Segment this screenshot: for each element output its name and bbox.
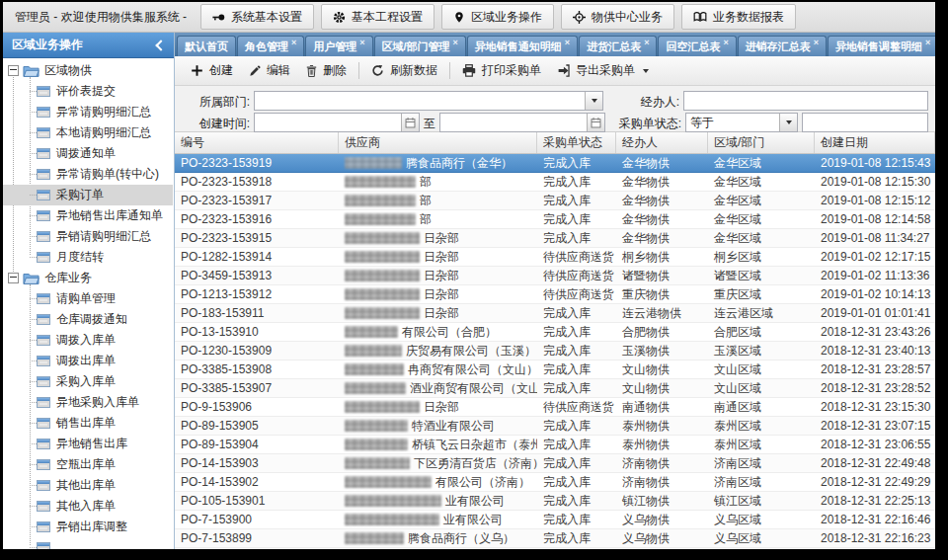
tab-2[interactable]: 角色管理× — [237, 36, 304, 56]
tree-item-1-8[interactable]: 空瓶出库单 — [3, 454, 173, 475]
tree-item-1-11[interactable]: 异销出库调整 — [3, 517, 173, 537]
tree-item-0-4[interactable]: 异常请购单(转中心) — [3, 164, 173, 185]
table-row[interactable]: PO-105-153901业有限公司完成入库镇江物供镇江区域2018-12-31… — [175, 492, 935, 511]
operator-field[interactable] — [683, 91, 928, 111]
table-row[interactable]: PO-2323-153918部完成入库金华物供金华区域2019-01-08 12… — [175, 173, 935, 192]
created-from-input[interactable] — [255, 114, 401, 131]
table-row[interactable]: PO-2323-153917部完成入库金华物供金华区域2019-01-08 12… — [175, 192, 935, 210]
toolbar-button-2[interactable]: 编辑 — [241, 59, 298, 82]
operator-input[interactable] — [684, 92, 927, 110]
table-row[interactable]: PO-14-153902有限公司（济南）完成入库济南物供济南区域2018-12-… — [175, 473, 935, 492]
calendar-icon[interactable] — [401, 114, 419, 131]
tree-item-1-3[interactable]: 调拨出库单 — [3, 351, 173, 371]
status-op-dropdown-button[interactable] — [779, 114, 797, 131]
tab-8[interactable]: 进销存汇总表× — [738, 36, 827, 56]
tree-item-1-5[interactable]: 异地采购入库单 — [3, 392, 173, 413]
status-op-select[interactable]: 等于 — [685, 113, 798, 132]
table-row[interactable]: PO-89-153905特酒业有限公司完成入库泰州物供泰州区域2018-12-3… — [175, 417, 935, 436]
tab-7[interactable]: 回空汇总表× — [658, 36, 736, 56]
tree-item-0-5[interactable]: 采购订单 — [3, 185, 173, 205]
column-header-4[interactable]: 经办人 — [616, 132, 708, 153]
tree-item-1-0[interactable]: 请购单管理 — [3, 288, 173, 309]
toolbar-button-3[interactable]: 删除 — [298, 59, 355, 82]
table-row[interactable]: PO-7-153899腾食品商行（义乌）完成入库义乌物供义乌区域2018-12-… — [175, 529, 935, 548]
tab-4[interactable]: 区域/部门管理× — [374, 36, 466, 56]
table-row[interactable]: PO-3385-153907酒业商贸有限公司（文山）完成入库文山物供文山区域20… — [175, 379, 935, 398]
redacted-supplier-blur — [345, 157, 402, 169]
table-row[interactable]: PO-3385-153908冉商贸有限公司（文山）完成入库文山物供文山区域201… — [175, 360, 935, 379]
tree-item-1-9[interactable]: 其他出库单 — [3, 475, 173, 496]
expand-minus-icon[interactable] — [8, 65, 19, 76]
table-row[interactable]: PO-2323-153915日杂部完成入库金华物供金华区域2019-01-08 … — [175, 229, 935, 248]
tree-item-0-2[interactable]: 本地请购明细汇总 — [3, 122, 173, 143]
tree-item-0-7[interactable]: 异销请购明细汇总 — [3, 226, 173, 247]
department-select[interactable] — [254, 91, 603, 111]
cell-po: PO-7-153899 — [175, 529, 339, 547]
tree-item-1-7[interactable]: 异地销售出库 — [3, 434, 173, 454]
tree-item-1-4[interactable]: 采购入库单 — [3, 371, 173, 392]
table-row[interactable]: PO-2323-153916部完成入库金华物供金华区域2019-01-08 12… — [175, 210, 935, 229]
created-to-field[interactable] — [439, 113, 605, 132]
table-row[interactable]: PO-3459-153913日杂部待供应商送货诸暨物供诸暨区域2019-01-0… — [175, 267, 935, 285]
tab-5[interactable]: 异地销售通知明细× — [467, 36, 578, 56]
topbar-button-2[interactable]: 基本工程设置 — [321, 4, 434, 30]
topbar-button-5[interactable]: 业务数据报表 — [681, 4, 796, 30]
topbar-button-1[interactable]: 系统基本设置 — [200, 4, 314, 30]
toolbar-button-5[interactable]: 打印采购单 — [454, 59, 549, 82]
tab-1[interactable]: 默认首页 — [177, 36, 236, 56]
table-row[interactable]: PO-1230-153909庆贸易有限公司（玉溪）完成入库玉溪物供玉溪区域201… — [175, 342, 935, 360]
topbar-button-3[interactable]: 区域业务操作 — [441, 4, 554, 30]
department-dropdown-button[interactable] — [585, 92, 602, 110]
table-row[interactable]: PO-2323-153919腾食品商行（金华）完成入库金华物供金华区域2019-… — [175, 154, 935, 173]
topbar-button-4[interactable]: 物供中心业务 — [561, 4, 674, 30]
table-row[interactable]: PO-1282-153914日杂部待供应商送货桐乡物供桐乡区域2019-01-0… — [175, 248, 935, 267]
column-header-6[interactable]: 创建日期 — [815, 132, 935, 153]
expand-minus-icon[interactable] — [8, 273, 19, 283]
tree-item-1-10[interactable]: 其他入库单 — [3, 496, 173, 517]
created-to-input[interactable] — [440, 114, 587, 131]
tab-close-icon[interactable]: × — [723, 38, 728, 47]
status-value-field[interactable] — [802, 113, 928, 132]
department-select-input[interactable] — [255, 92, 585, 110]
toolbar-button-4[interactable]: 刷新数据 — [363, 59, 445, 82]
tab-close-icon[interactable]: × — [453, 38, 458, 47]
table-row[interactable]: PO-14-153903下区勇清百货店（济南）完成入库济南物供济南区域2018-… — [175, 454, 935, 473]
created-from-field[interactable] — [254, 113, 420, 132]
table-row[interactable]: PO-13-153910有限公司（合肥）完成入库合肥物供合肥区域2018-12-… — [175, 323, 935, 342]
column-header-2[interactable]: 供应商 — [339, 132, 537, 153]
tree-item-0-3[interactable]: 调拨通知单 — [3, 143, 173, 164]
tree-item-1-6[interactable]: 销售出库单 — [3, 413, 173, 434]
tree-item-0-8[interactable]: 月度结转 — [3, 247, 173, 268]
column-header-3[interactable]: 采购单状态 — [537, 132, 616, 153]
tab-3[interactable]: 用户管理× — [305, 36, 372, 56]
table-row[interactable]: PO-1213-153912日杂部待供应商送货重庆物供重庆区域2019-01-0… — [175, 285, 935, 304]
column-header-1[interactable]: 编号 — [175, 132, 339, 153]
tree-folder-1[interactable]: 仓库业务 — [3, 268, 173, 288]
column-header-5[interactable]: 区域/部门 — [708, 132, 815, 153]
table-row[interactable]: PO-89-153904桥镇飞云日杂超市（泰州）完成入库泰州物供泰州区域2018… — [175, 436, 935, 454]
tab-close-icon[interactable]: × — [565, 38, 570, 47]
tree-item-0-6[interactable]: 异地销售出库通知单 — [3, 205, 173, 226]
table-row[interactable]: PO-9-153906日杂部待供应商送货南通物供南通区域2018-12-31 2… — [175, 398, 935, 417]
tab-6[interactable]: 进货汇总表× — [579, 36, 657, 56]
status-value-input[interactable] — [803, 114, 927, 131]
calendar-icon[interactable] — [587, 114, 604, 131]
tab-close-icon[interactable]: × — [359, 38, 364, 47]
tree-item-1-2[interactable]: 调拨入库单 — [3, 330, 173, 351]
tree-item-0-1[interactable]: 异常请购明细汇总 — [3, 102, 173, 122]
tree-item-1-12[interactable] — [3, 537, 173, 549]
collapse-left-icon[interactable] — [155, 40, 166, 50]
toolbar-button-6[interactable]: 导出采购单 — [549, 59, 657, 82]
tree-item-0-0[interactable]: 评价表提交 — [3, 81, 173, 102]
tab-close-icon[interactable]: × — [644, 38, 649, 47]
toolbar-button-1[interactable]: 创建 — [183, 59, 241, 82]
tab-close-icon[interactable]: × — [291, 38, 296, 47]
table-row[interactable]: PO-183-153911日杂部完成入库连云港物供连云港区域2019-01-01… — [175, 304, 935, 323]
cell-po: PO-105-153901 — [175, 492, 339, 510]
tree-folder-0[interactable]: 区域物供 — [3, 60, 173, 81]
table-row[interactable]: PO-7-153900业有限公司完成入库义乌物供义乌区域2018-12-31 2… — [175, 511, 935, 529]
tab-close-icon[interactable]: × — [814, 38, 819, 47]
tree-item-1-1[interactable]: 仓库调拨通知 — [3, 309, 173, 330]
tab-close-icon[interactable]: × — [925, 38, 930, 47]
tab-9[interactable]: 异地销售调整明细× — [828, 36, 935, 56]
